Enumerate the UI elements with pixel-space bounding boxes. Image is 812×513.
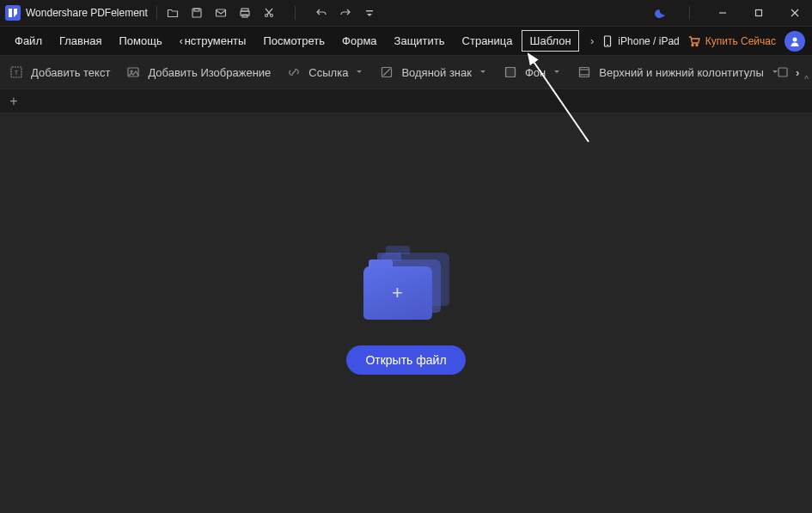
tool-header-footer[interactable]: Верхний и нижний колонтитулы	[577, 64, 779, 80]
open-folder-icon[interactable]	[166, 6, 180, 20]
header-footer-icon	[577, 64, 592, 80]
add-text-label: Добавить текст	[31, 66, 110, 79]
app-title: Wondershare PDFelement	[26, 7, 148, 19]
chevron-right-icon[interactable]: ›	[590, 34, 594, 47]
svg-rect-29	[778, 68, 787, 76]
iphone-ipad-link[interactable]: iPhone / iPad	[602, 35, 679, 47]
collapse-toolbar-icon[interactable]: ^	[804, 75, 809, 84]
save-icon[interactable]	[190, 6, 204, 20]
menu-tools[interactable]: ‹ нструменты	[172, 30, 254, 52]
watermark-label: Водяной знак	[401, 66, 472, 79]
menu-file[interactable]: Файл	[7, 30, 50, 52]
menu-view[interactable]: Посмотреть	[255, 30, 333, 52]
cart-icon	[688, 35, 700, 47]
watermark-icon	[379, 64, 394, 80]
customize-dropdown-icon[interactable]	[363, 6, 376, 20]
svg-rect-2	[216, 9, 225, 16]
chevron-left-icon: ‹	[180, 35, 183, 47]
svg-point-16	[696, 44, 698, 46]
close-button[interactable]	[783, 3, 807, 22]
new-tab-button[interactable]: +	[5, 93, 22, 110]
menu-form[interactable]: Форма	[334, 30, 385, 52]
add-image-label: Добавить Изображение	[148, 66, 271, 79]
iphone-label: iPhone / iPad	[618, 35, 679, 47]
menu-protect[interactable]: Защитить	[387, 30, 453, 52]
chevron-down-icon	[479, 69, 487, 76]
buy-now-link[interactable]: Купить Сейчас	[688, 35, 776, 47]
toolbar-overflow: › ^	[775, 56, 809, 89]
folder-icon: +	[363, 266, 432, 320]
scroll-right-icon[interactable]: ›	[796, 66, 799, 79]
menu-home[interactable]: Главная	[52, 30, 109, 52]
tool-add-image[interactable]: Добавить Изображение	[125, 64, 271, 80]
link-icon	[286, 64, 302, 80]
app-logo-icon	[5, 5, 21, 21]
tool-add-text[interactable]: T Добавить текст	[9, 64, 110, 80]
menu-help[interactable]: Помощь	[111, 30, 169, 52]
background-icon	[503, 64, 518, 80]
svg-point-15	[692, 44, 693, 46]
header-footer-label: Верхний и нижний колонтитулы	[599, 66, 764, 79]
image-icon	[125, 64, 141, 80]
print-icon[interactable]	[238, 6, 252, 20]
minimize-button[interactable]	[711, 3, 735, 22]
menu-bar: Файл Главная Помощь ‹ нструменты Посмотр…	[0, 26, 812, 55]
svg-point-17	[793, 37, 797, 41]
titlebar-right	[655, 3, 807, 22]
link-label: Ссылка	[308, 66, 348, 79]
plus-icon: +	[392, 282, 403, 304]
undo-icon[interactable]	[314, 6, 328, 20]
svg-rect-8	[366, 10, 373, 12]
workspace-empty-state: + Открыть файл	[0, 113, 812, 513]
menu-page[interactable]: Страница	[455, 30, 521, 52]
svg-point-21	[131, 70, 132, 72]
svg-rect-26	[580, 68, 589, 77]
svg-rect-25	[505, 68, 515, 77]
separator	[689, 6, 690, 20]
mail-icon[interactable]	[214, 6, 228, 20]
separator	[156, 6, 157, 20]
svg-rect-1	[194, 9, 199, 11]
redo-icon[interactable]	[339, 6, 352, 20]
svg-rect-10	[756, 10, 762, 16]
tool-watermark[interactable]: Водяной знак	[379, 64, 487, 80]
buy-label: Купить Сейчас	[705, 35, 776, 47]
chevron-down-icon	[355, 69, 363, 76]
quick-access-toolbar	[166, 6, 376, 20]
edit-toolbar: T Добавить текст Добавить Изображение Сс…	[0, 55, 812, 89]
maximize-button[interactable]	[747, 3, 771, 22]
user-avatar[interactable]	[785, 31, 805, 52]
mobile-icon	[602, 35, 613, 47]
svg-line-23	[383, 69, 390, 76]
chevron-down-icon	[553, 69, 561, 76]
cut-icon[interactable]	[262, 6, 276, 20]
tool-background[interactable]: Фон	[503, 64, 561, 80]
title-bar: Wondershare PDFelement	[0, 0, 812, 26]
open-file-illustration[interactable]: +	[363, 253, 449, 323]
separator	[295, 6, 296, 20]
menubar-right: › iPhone / iPad Купить Сейчас	[590, 31, 805, 52]
background-label: Фон	[525, 66, 546, 79]
document-tab-strip: +	[0, 89, 812, 113]
more-tool-icon[interactable]	[775, 64, 791, 80]
theme-moon-icon[interactable]	[655, 6, 669, 20]
menu-template[interactable]: Шаблон	[522, 30, 578, 52]
open-file-button[interactable]: Открыть файл	[346, 345, 465, 375]
text-icon: T	[9, 64, 24, 80]
svg-text:T: T	[15, 69, 19, 76]
tool-link[interactable]: Ссылка	[286, 64, 363, 80]
